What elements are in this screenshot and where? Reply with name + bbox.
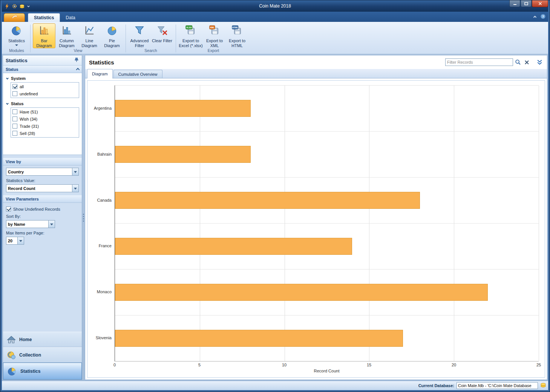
tree-group-system-label: System [11,76,26,81]
tree-item-sell-label: Sell (28) [20,131,35,136]
tab-data[interactable]: Data [60,13,81,22]
bar-diagram-button[interactable]: Bar Diagram [33,23,55,48]
maximize-button[interactable] [521,0,532,7]
status-caption-label: Status [6,67,18,72]
export-xml-button[interactable]: XML Export to XML [203,23,226,48]
statistics-pie-icon [11,25,22,38]
double-chevron-down-icon[interactable] [536,58,543,66]
app-window: Coin Mate 2018 Statistics Data ? Statist… [0,0,550,392]
show-undefined-checkbox[interactable] [6,207,11,211]
group-label-search: Search [126,48,175,54]
tree-item-have[interactable]: Have (51) [11,108,79,115]
pie-diagram-button[interactable]: Pie Diagram [101,23,123,48]
clear-filter-button[interactable]: Clear Filter [151,23,173,48]
xlsx-badge-text: XLSX [186,26,192,29]
bar-monaco[interactable] [115,284,488,301]
qat-chevron-icon[interactable] [27,5,30,8]
ribbon-separator [176,24,176,52]
column-diagram-button[interactable]: Column Diagram [55,23,78,48]
application-button[interactable] [4,13,25,22]
tab-cumulative-overview[interactable]: Cumulative Overview [113,70,162,78]
statistics-module-button[interactable]: Statistics [5,23,28,48]
checkbox-trade[interactable] [12,124,17,129]
category-label: Canada [89,177,115,223]
export-html-icon: HTML [231,25,243,38]
tree-item-wish-label: Wish (34) [20,117,37,121]
dropdown-arrow-icon[interactable] [48,220,55,228]
category-label: Slovenia [89,315,115,361]
tree-item-trade[interactable]: Trade (31) [11,122,79,130]
lightning-icon[interactable] [4,3,10,9]
filter-records-input[interactable] [445,58,513,66]
checkbox-undefined[interactable] [12,91,17,96]
sidebar-splitter[interactable] [82,55,85,380]
clear-search-icon[interactable] [523,58,530,66]
x-axis-ticks: 0510152025 [115,363,539,369]
status-panel-caption[interactable]: Status [3,66,82,73]
bar-argentina[interactable] [115,100,251,117]
collection-icon [7,351,16,360]
bar-canada[interactable] [115,192,420,209]
search-icon[interactable] [514,58,522,66]
statistics-value-value: Record Count [6,186,72,191]
export-html-button[interactable]: HTML Export to HTML [226,23,248,48]
current-database-field[interactable] [457,382,538,389]
tree-item-all[interactable]: all [11,83,79,90]
collapse-chevron-icon[interactable] [76,68,80,72]
advanced-filter-button[interactable]: Advanced Filter [128,23,151,48]
gridline [539,86,539,361]
line-diagram-label: Line Diagram [78,38,100,48]
nav-item-collection[interactable]: Collection [3,347,82,363]
view-by-dropdown[interactable]: Country [6,168,79,176]
dropdown-arrow-icon[interactable] [72,185,78,192]
nav-item-home[interactable]: Home [3,332,82,347]
column-diagram-icon [61,25,72,38]
view-by-value: Country [6,170,72,174]
bar-slovenia[interactable] [115,330,403,347]
export-excel-button[interactable]: XLSX Export to Excel (*.xlsx) [178,23,203,48]
max-items-dropdown[interactable]: 20 [6,237,24,245]
minimize-button[interactable] [509,0,520,7]
coins-icon[interactable] [19,3,25,9]
close-button[interactable] [532,0,548,7]
line-diagram-button[interactable]: Line Diagram [78,23,101,48]
plot-area [115,85,539,361]
max-items-value: 20 [6,239,17,243]
checkbox-all[interactable] [12,84,17,89]
tab-statistics[interactable]: Statistics [28,13,60,22]
show-undefined-row[interactable]: Show Undefined Records [6,207,79,211]
collapse-ribbon-icon[interactable] [533,14,537,21]
clear-filter-icon [156,25,168,38]
chevron-down-icon[interactable] [6,77,9,80]
y-axis-labels: ArgentinaBahrainCanadaFranceMonacoSloven… [89,85,115,375]
view-by-caption-label: View by [6,159,21,164]
gear-icon[interactable] [12,3,17,9]
checkbox-have[interactable] [12,109,17,114]
chevron-down-icon[interactable] [6,102,9,105]
tree-group-system[interactable]: System [5,75,80,82]
pin-icon[interactable] [74,57,79,64]
sidebar-title: Statistics [6,58,28,63]
dropdown-arrow-icon[interactable] [17,237,24,244]
tree-item-undefined[interactable]: undefined [11,90,79,97]
statistics-value-dropdown[interactable]: Record Count [6,184,79,192]
x-tick-label: 20 [452,363,456,367]
tree-item-wish[interactable]: Wish (34) [11,115,79,122]
nav-item-statistics[interactable]: Statistics [3,363,82,380]
pie-diagram-label: Pie Diagram [101,38,123,48]
help-icon[interactable]: ? [540,14,546,21]
dropdown-arrow-icon[interactable] [72,168,78,175]
checkbox-wish[interactable] [12,116,17,121]
tree-group-status[interactable]: Status [5,100,80,107]
checkbox-sell[interactable] [12,131,17,136]
group-label-export: Export [176,48,250,54]
bar-france[interactable] [115,238,352,255]
bar-bahrain[interactable] [115,146,251,163]
advanced-filter-icon [134,25,145,38]
x-tick-label: 0 [113,363,116,367]
nav-statistics-label: Statistics [20,369,40,374]
tab-diagram[interactable]: Diagram [87,69,113,78]
sort-by-dropdown[interactable]: by Name [6,220,55,228]
tree-item-sell[interactable]: Sell (28) [11,130,79,137]
sort-by-value: by Name [6,222,48,227]
